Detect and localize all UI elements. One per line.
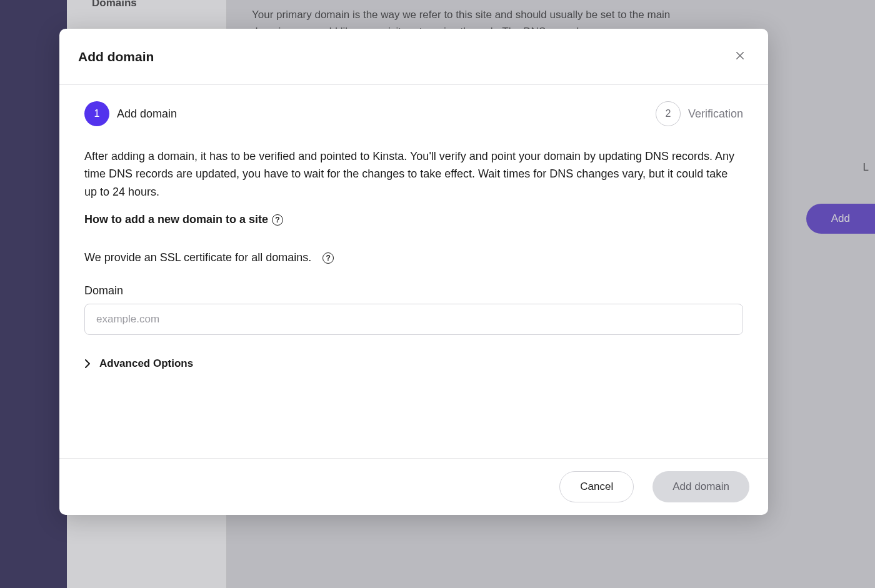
step-1-label: Add domain xyxy=(117,107,177,121)
help-icon[interactable]: ? xyxy=(322,252,334,264)
modal-header: Add domain xyxy=(59,29,768,85)
step-2: 2 Verification xyxy=(656,101,743,126)
help-icon: ? xyxy=(272,214,283,226)
help-link-text: How to add a new domain to a site xyxy=(84,213,268,226)
domain-field-label: Domain xyxy=(84,284,743,297)
modal-title: Add domain xyxy=(78,49,154,64)
close-button[interactable] xyxy=(732,47,748,66)
close-icon xyxy=(734,50,746,63)
advanced-options-label: Advanced Options xyxy=(99,357,193,370)
ssl-info-row: We provide an SSL certificate for all do… xyxy=(84,251,743,264)
modal-footer: Cancel Add domain xyxy=(59,458,768,515)
chevron-right-icon xyxy=(84,359,91,368)
step-1-circle: 1 xyxy=(84,101,109,126)
modal-description: After adding a domain, it has to be veri… xyxy=(84,147,743,201)
domain-input[interactable] xyxy=(84,304,743,335)
advanced-options-toggle[interactable]: Advanced Options xyxy=(84,357,193,370)
ssl-info-text: We provide an SSL certificate for all do… xyxy=(84,251,311,264)
step-2-circle: 2 xyxy=(656,101,681,126)
stepper: 1 Add domain 2 Verification xyxy=(84,101,743,126)
modal-body: 1 Add domain 2 Verification After adding… xyxy=(59,85,768,458)
cancel-button[interactable]: Cancel xyxy=(559,471,634,502)
add-domain-submit-button[interactable]: Add domain xyxy=(652,471,749,502)
step-2-label: Verification xyxy=(688,107,743,121)
help-link-row[interactable]: How to add a new domain to a site ? xyxy=(84,213,743,226)
step-1: 1 Add domain xyxy=(84,101,177,126)
add-domain-modal: Add domain 1 Add domain 2 Verification A… xyxy=(59,29,768,515)
